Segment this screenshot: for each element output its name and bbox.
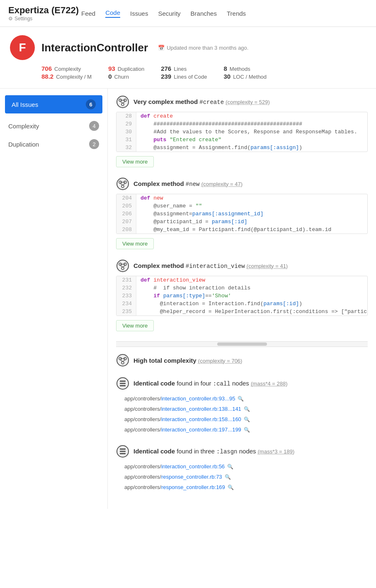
view-more-create[interactable]: View more (116, 156, 154, 167)
nav-issues[interactable]: Issues (130, 10, 148, 17)
scroll-area[interactable] (116, 341, 368, 347)
nav-trends[interactable]: Trends (227, 10, 246, 17)
stat-loc-per-method: 30 LOC / Method (223, 73, 267, 80)
dup-link-1[interactable]: interaction_controller.rb:93...95 (161, 395, 235, 402)
dup-item: app/controllers/interaction_controller.r… (124, 404, 368, 414)
code-line-207: 207 @participant_id = params[:id] (116, 218, 367, 226)
nav-feed[interactable]: Feed (81, 10, 95, 17)
dup-link-lasgn-3[interactable]: response_controller.rb:169 (161, 484, 225, 490)
code-line-234: 234 @interaction = Interaction.find(para… (116, 300, 367, 308)
issue-complex-new: Complex method #new (complexity = 47) 20… (116, 177, 368, 249)
content-area: Very complex method #create (complexity … (108, 89, 376, 509)
complexity-label: Complexity (8, 123, 39, 130)
all-issues-badge: 6 (86, 99, 96, 109)
main-nav: Feed Code Issues Security Branches Trend… (81, 9, 246, 18)
code-block-create: 28 def create 29 #######################… (116, 112, 368, 152)
dup-item: app/controllers/interaction_controller.r… (124, 393, 368, 404)
svg-point-0 (117, 96, 129, 108)
settings-link[interactable]: ⚙ Settings (8, 16, 69, 22)
scroll-thumb (217, 342, 267, 346)
code-line-29: 29 #####################################… (116, 120, 367, 128)
stat-group-complexity: 706 Complexity 88.2 Complexity / M (41, 65, 92, 80)
dup-item-lasgn-1: app/controllers/interaction_controller.r… (124, 461, 368, 472)
svg-rect-34 (120, 451, 126, 452)
svg-rect-30 (120, 383, 126, 384)
dup-link-4[interactable]: interaction_controller.rb:197...199 (161, 427, 241, 433)
complexity-icon-4 (116, 354, 129, 367)
search-icon-lasgn-2[interactable]: 🔍 (225, 474, 231, 480)
issue-title-create: Very complex method #create (complexity … (116, 95, 368, 108)
code-line-232: 232 # if show interaction details (116, 284, 367, 292)
duplication-icon-1 (116, 377, 129, 390)
code-line-233: 233 if params[:type]=='Show' (116, 292, 367, 300)
search-icon-4[interactable]: 🔍 (244, 427, 250, 433)
stat-loc: 239 Lines of Code (161, 73, 207, 80)
nav-security[interactable]: Security (158, 10, 180, 17)
complexity-count-badge: 4 (89, 121, 99, 131)
stat-complexity: 706 Complexity (41, 65, 92, 72)
search-icon-1[interactable]: 🔍 (238, 396, 244, 402)
issue-very-complex-create: Very complex method #create (complexity … (116, 95, 368, 167)
issue-identical-lasgn: Identical code found in three :lasgn nod… (116, 445, 368, 492)
header: Expertiza (E722) ⚙ Settings Feed Code Is… (0, 0, 376, 27)
issue-interaction-view-title: Complex method #interaction_view (comple… (133, 262, 288, 270)
dup-link-3[interactable]: interaction_controller.rb:158...160 (161, 416, 241, 422)
stat-duplication: 93 Duplication (108, 65, 144, 72)
project-stats: 706 Complexity 88.2 Complexity / M 93 Du… (10, 65, 366, 80)
code-line-28: 28 def create (116, 112, 367, 120)
complexity-icon-2 (116, 177, 129, 190)
view-more-interaction-view[interactable]: View more (116, 320, 154, 331)
code-line-206: 206 @assignment=params[:assignment_id] (116, 210, 367, 218)
project-name: InteractionController (41, 41, 148, 54)
main-layout: All Issues 6 Complexity 4 Duplication 2 (0, 89, 376, 509)
code-line-231: 231 def interaction_view (116, 276, 367, 284)
all-issues-label: All Issues (12, 101, 38, 108)
search-icon-3[interactable]: 🔍 (244, 417, 250, 422)
view-more-new[interactable]: View more (116, 238, 154, 249)
search-icon-lasgn-1[interactable]: 🔍 (227, 464, 233, 470)
sidebar-item-duplication[interactable]: Duplication 2 (5, 135, 102, 153)
search-icon-2[interactable]: 🔍 (244, 406, 250, 412)
stat-group-duplication: 93 Duplication 0 Churn (108, 65, 144, 80)
svg-point-21 (117, 354, 129, 366)
project-title-row: F InteractionController 📅 Updated more t… (10, 35, 366, 60)
duplication-count-badge: 2 (89, 139, 99, 149)
dup-list-call: app/controllers/interaction_controller.r… (116, 393, 368, 435)
issue-identical-lasgn-title: Identical code found in three :lasgn nod… (133, 448, 294, 455)
stat-lines: 276 Lines (161, 65, 207, 72)
svg-rect-31 (120, 385, 126, 386)
sidebar-item-complexity[interactable]: Complexity 4 (5, 117, 102, 135)
svg-point-14 (117, 260, 129, 272)
project-header: F InteractionController 📅 Updated more t… (0, 27, 376, 89)
dup-item: app/controllers/interaction_controller.r… (124, 424, 368, 435)
header-title-wrap: Expertiza (E722) ⚙ Settings (8, 5, 81, 22)
issue-high-total-complexity: High total complexity (complexity = 706) (116, 354, 368, 367)
svg-rect-33 (120, 448, 126, 450)
code-line-235: 235 @helper_record = HelperInteraction.f… (116, 308, 367, 316)
dup-link-lasgn-1[interactable]: interaction_controller.rb:56 (161, 463, 225, 470)
code-line-32: 32 @assignment = Assignment.find(params[… (116, 144, 367, 152)
svg-rect-35 (120, 453, 126, 454)
dup-list-lasgn: app/controllers/interaction_controller.r… (116, 461, 368, 492)
issue-identical-call: Identical code found in four :call nodes… (116, 377, 368, 435)
project-updated: 📅 Updated more than 3 months ago. (158, 45, 248, 51)
avatar: F (10, 35, 35, 60)
complexity-icon-3 (116, 259, 129, 272)
dup-item-lasgn-2: app/controllers/response_controller.rb:7… (124, 472, 368, 482)
stat-group-lines: 276 Lines 239 Lines of Code (161, 65, 207, 80)
code-line-204: 204 def new (116, 194, 367, 202)
issue-title-identical-lasgn: Identical code found in three :lasgn nod… (116, 445, 368, 458)
stat-methods: 8 Methods (223, 65, 267, 72)
nav-code[interactable]: Code (105, 9, 120, 18)
calendar-icon: 📅 (158, 45, 165, 51)
issue-title-new: Complex method #new (complexity = 47) (116, 177, 368, 190)
search-icon-lasgn-3[interactable]: 🔍 (228, 484, 234, 490)
dup-link-lasgn-2[interactable]: response_controller.rb:73 (161, 474, 222, 480)
nav-branches[interactable]: Branches (191, 10, 217, 17)
all-issues-button[interactable]: All Issues 6 (5, 95, 102, 113)
code-block-new: 204 def new 205 @user_name = "" 206 @ass… (116, 194, 368, 234)
duplication-icon-2 (116, 445, 129, 458)
dup-link-2[interactable]: interaction_controller.rb:138...141 (161, 406, 241, 412)
stat-complexity-per-method: 88.2 Complexity / M (41, 73, 92, 80)
complexity-icon (116, 95, 129, 108)
